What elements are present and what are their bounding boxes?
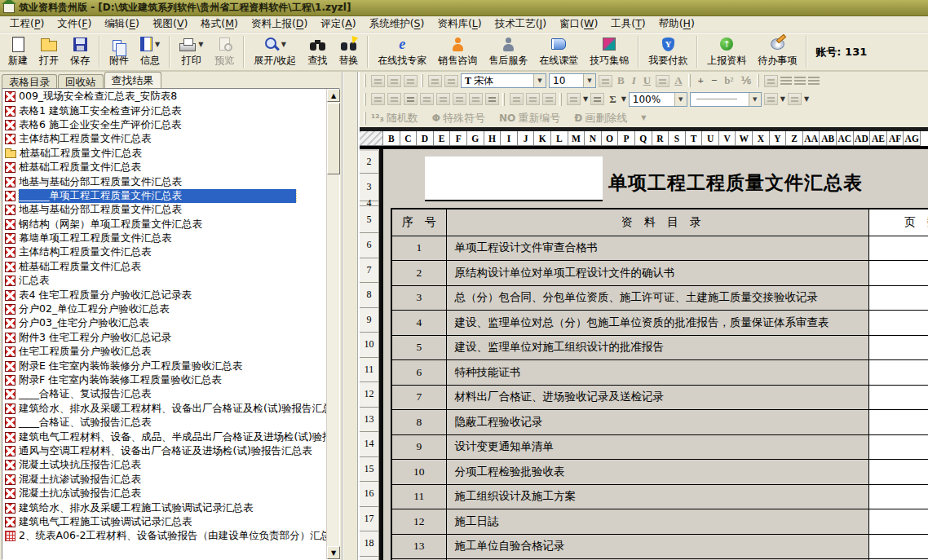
border-color-icon[interactable] — [764, 93, 778, 105]
row-header-10[interactable]: 10 — [360, 333, 379, 358]
menu-item-8[interactable]: 系统维护(S) — [363, 15, 431, 33]
select-all-corner[interactable] — [360, 131, 383, 146]
row-header-6[interactable]: 6 — [360, 233, 379, 258]
list-item[interactable]: 钢结构（网架）单项工程质量文件汇总表 — [2, 218, 326, 231]
chevron-down-icon[interactable]: ▼ — [641, 114, 646, 121]
column-header-U[interactable]: U — [702, 131, 719, 146]
column-header-S[interactable]: S — [669, 131, 686, 146]
special-tool-2[interactable]: Φ特殊符号 — [432, 111, 485, 126]
row-header-9[interactable]: 9 — [360, 308, 379, 333]
italic-button[interactable]: I — [630, 74, 639, 87]
column-header-B[interactable]: B — [383, 131, 400, 146]
cell-pages[interactable] — [868, 261, 928, 286]
underline-button[interactable]: U — [641, 74, 653, 87]
menu-item-5[interactable]: 格式(M) — [194, 15, 245, 33]
shading-icon[interactable] — [788, 93, 802, 105]
align-center-icon[interactable] — [794, 77, 806, 86]
print-button[interactable]: ▼打印 — [174, 33, 209, 70]
chevron-down-icon[interactable]: ▼ — [583, 74, 595, 87]
cell-seq[interactable]: 11 — [391, 484, 446, 509]
list-item[interactable]: 桩基础工程质量文件汇总表 — [2, 147, 326, 161]
column-header-R[interactable]: R — [652, 131, 669, 146]
column-header-L[interactable]: L — [551, 131, 568, 146]
align-right-icon[interactable] — [808, 77, 820, 86]
open-button[interactable]: 打开 — [33, 33, 64, 70]
tips-button[interactable]: 技巧集锦 — [584, 33, 634, 70]
row-header-7[interactable]: 7 — [360, 258, 379, 284]
clear-format-icon[interactable] — [542, 93, 556, 105]
cell-pages[interactable] — [868, 385, 928, 410]
special-tool-1[interactable]: ¹²₃随机数 — [371, 111, 418, 126]
row-header-13[interactable]: 13 — [360, 408, 379, 433]
cell-pages[interactable] — [868, 534, 928, 559]
row-header-12[interactable]: 12 — [360, 382, 379, 408]
list-item[interactable]: 通风与空调工程材料、设备出厂合格证及进场检(试)验报告汇总表 — [2, 444, 326, 458]
column-header-C[interactable]: C — [400, 131, 418, 146]
list-item[interactable]: 混凝土试块抗压报告汇总表 — [2, 458, 326, 472]
column-header-F[interactable]: F — [450, 131, 467, 146]
todo-button[interactable]: 待办事项 — [752, 33, 802, 70]
list-item[interactable]: 混凝土抗渗试验报告汇总表 — [2, 473, 326, 487]
fraction-button[interactable]: ⅙ — [739, 74, 754, 87]
copy-icon[interactable] — [371, 75, 385, 87]
list-item[interactable]: ____合格证、复试报告汇总表 — [2, 387, 326, 401]
panel-splitter[interactable] — [342, 72, 359, 560]
column-header-AF[interactable]: AF — [887, 131, 904, 146]
font-select[interactable]: T 宋体 ▼ — [461, 73, 546, 88]
list-item[interactable]: 建筑电气工程施工试验调试记录汇总表 — [2, 515, 326, 529]
tab-1[interactable]: 表格目录 — [2, 74, 57, 88]
list-item[interactable]: 建筑给水、排水及采暖工程材料、设备出厂合格证及检(试)验报告汇总 — [2, 402, 326, 416]
cell-catalog[interactable]: 施工单位自验合格记录 — [446, 534, 868, 559]
cut-icon[interactable] — [387, 75, 401, 87]
column-header-AA[interactable]: AA — [803, 131, 820, 146]
cell-catalog[interactable]: 原结构设计单位对单项工程设计文件的确认书 — [446, 261, 868, 286]
row-header-11[interactable]: 11 — [360, 358, 379, 383]
chevron-down-icon[interactable]: ▼ — [780, 95, 785, 103]
cell-seq[interactable]: 8 — [391, 410, 446, 435]
upload-button[interactable]: ↑上报资料 — [701, 33, 752, 70]
cell-seq[interactable]: 9 — [391, 434, 446, 460]
toolbar-grip[interactable] — [364, 74, 366, 87]
sales-button[interactable]: 销售咨询 — [432, 33, 483, 70]
cell-seq[interactable]: 6 — [391, 360, 446, 386]
cell-catalog[interactable]: 单项工程设计文件审查合格书 — [446, 236, 868, 261]
column-header-AC[interactable]: AC — [837, 131, 854, 146]
list-item[interactable]: 主体结构工程质量文件汇总表 — [2, 245, 326, 259]
expand-button[interactable]: ▼展开/收起 — [248, 33, 302, 70]
column-header-K[interactable]: K — [534, 131, 551, 146]
special-tool-3[interactable]: NO重新编号 — [499, 111, 560, 126]
cell-seq[interactable]: 1 — [391, 236, 446, 261]
zoom-select[interactable]: 100% ▼ — [629, 92, 687, 107]
column-header-AE[interactable]: AE — [870, 131, 887, 146]
column-header-Z[interactable]: Z — [786, 131, 803, 146]
superscript-button[interactable]: b² — [722, 74, 736, 87]
list-scrollbar[interactable]: ▲ ▼ — [326, 89, 339, 559]
replace-button[interactable]: 替换 — [333, 33, 364, 70]
special-tool-4[interactable]: Đ画删除线 — [574, 111, 627, 126]
cell-pages[interactable] — [868, 285, 928, 311]
list-item[interactable]: ______单项工程工程质量文件汇总表 — [2, 189, 326, 203]
list-item[interactable]: 附录F 住宅室内装饰装修工程质量验收汇总表 — [2, 373, 326, 387]
column-header-Q[interactable]: Q — [635, 131, 652, 146]
split-cell-icon[interactable] — [404, 93, 418, 105]
scroll-up-icon[interactable]: ▲ — [327, 89, 340, 102]
cell-pages[interactable] — [868, 360, 928, 386]
list-item[interactable]: 建筑给水、排水及采暖工程施工试验调试记录汇总表 — [2, 500, 326, 514]
delete-row-icon[interactable] — [436, 93, 450, 105]
list-item[interactable]: 附录E 住宅室内装饰装修分户工程质量验收汇总表 — [2, 359, 326, 373]
chevron-down-icon[interactable]: ▼ — [155, 41, 160, 48]
cell-catalog[interactable]: 设计变更通知单清单 — [446, 434, 868, 460]
list-item[interactable]: 地基与基础分部工程质量文件汇总表 — [2, 203, 326, 217]
row-header-14[interactable]: 14 — [360, 432, 379, 457]
class-button[interactable]: 在线课堂 — [533, 33, 584, 70]
header-pages[interactable]: 页 数 — [868, 209, 928, 236]
list-item[interactable]: 表格6 施工企业安全生产评价汇总表 — [2, 118, 326, 132]
list-item[interactable]: 混凝土抗冻试验报告汇总表 — [2, 487, 326, 500]
cell-catalog[interactable]: 分项工程检验批验收表 — [446, 460, 868, 485]
column-header-H[interactable]: H — [484, 131, 502, 146]
chevron-down-icon[interactable]: ▼ — [804, 95, 809, 103]
insert-cell-icon[interactable] — [371, 93, 385, 105]
scrollbar-thumb[interactable] — [327, 103, 340, 174]
cell-catalog[interactable]: 隐蔽工程验收记录 — [446, 410, 868, 435]
insert-row-icon[interactable] — [420, 93, 434, 105]
